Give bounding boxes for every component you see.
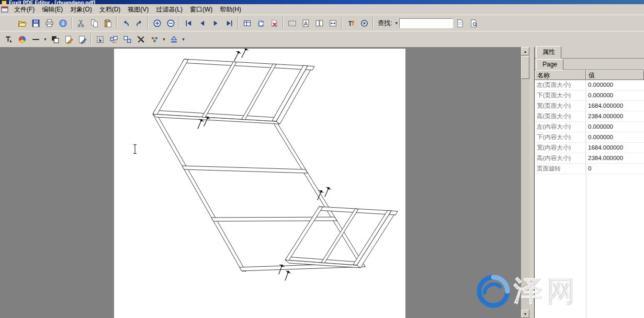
select-object-button[interactable]: [93, 33, 107, 46]
find-label: 查找:: [375, 19, 393, 28]
cut-button[interactable]: [74, 17, 87, 30]
edit-object-button[interactable]: [62, 33, 75, 46]
find-input[interactable]: [399, 18, 453, 28]
text-tool-button[interactable]: [2, 33, 15, 46]
scroll-track[interactable]: [521, 55, 529, 310]
menu-window[interactable]: 窗口(W): [186, 4, 216, 15]
rotate-page-button[interactable]: [254, 17, 267, 30]
panel-splitter[interactable]: [529, 47, 535, 318]
find-dropdown-button[interactable]: ▾: [393, 20, 399, 26]
fit-text-button[interactable]: [299, 17, 312, 30]
last-page-button[interactable]: [222, 17, 236, 30]
two-page-view-button[interactable]: [312, 17, 326, 30]
save-button[interactable]: [29, 17, 42, 30]
search-next-button[interactable]: [467, 17, 480, 30]
gradient-dropdown[interactable]: ▾: [180, 37, 186, 42]
text-cursor-icon: [133, 144, 137, 154]
table-row: 高(内容大小)2384.000000: [535, 153, 644, 164]
export-text-button[interactable]: [344, 17, 357, 30]
paste-button[interactable]: [101, 17, 115, 30]
tools-button[interactable]: [134, 33, 148, 46]
table-row: 宽(页面大小)1684.000000: [535, 101, 644, 111]
property-name: 左(内容大小): [535, 122, 586, 132]
separator: [148, 17, 149, 29]
gradient-button[interactable]: [167, 33, 180, 46]
property-value[interactable]: 2384.000000: [586, 153, 644, 163]
panel-title-row: 属性: [535, 47, 644, 59]
edit-form-button[interactable]: [75, 33, 89, 46]
page-list-button[interactable]: [240, 17, 254, 30]
property-name: 页面旋转: [535, 164, 586, 174]
table-row: 宽(内容大小)1684.000000: [535, 143, 644, 153]
pdf-page[interactable]: [114, 49, 405, 318]
page-drawing: [114, 49, 405, 318]
node-color-dropdown[interactable]: ▾: [161, 37, 167, 42]
open-button[interactable]: [15, 17, 29, 30]
menu-file[interactable]: 文件(F): [10, 4, 38, 15]
property-name: 左(页面大小): [535, 80, 586, 90]
property-value[interactable]: 0.000000: [586, 122, 644, 132]
property-value[interactable]: 0.000000: [586, 132, 644, 142]
property-name: 宽(页面大小): [535, 101, 586, 111]
menu-object[interactable]: 对象(O): [66, 4, 95, 15]
fit-width-button[interactable]: [326, 17, 340, 30]
redo-button[interactable]: [132, 17, 146, 30]
prev-page-button[interactable]: [195, 17, 209, 30]
property-value[interactable]: 1684.000000: [586, 143, 644, 153]
table-row: 左(页面大小)0.000000: [535, 80, 644, 90]
zoom-in-button[interactable]: [150, 17, 164, 30]
menu-view[interactable]: 视图(V): [124, 4, 152, 15]
property-value[interactable]: 0.000000: [586, 80, 644, 90]
property-value[interactable]: 1684.000000: [586, 101, 644, 111]
menu-edit[interactable]: 编辑(E): [38, 4, 66, 15]
delete-page-button[interactable]: [267, 17, 281, 30]
menu-help[interactable]: 帮助(H): [216, 4, 245, 15]
new-document-button[interactable]: [2, 17, 15, 30]
scroll-down-button[interactable]: ▼: [521, 310, 529, 318]
document-info-button[interactable]: [56, 17, 70, 30]
first-page-button[interactable]: [182, 17, 195, 30]
send-back-button[interactable]: [120, 33, 134, 46]
fill-style-button[interactable]: [48, 33, 62, 46]
copy-button[interactable]: [87, 17, 101, 30]
property-value[interactable]: 2384.000000: [586, 111, 644, 121]
column-divider: [586, 174, 586, 318]
undo-button[interactable]: [119, 17, 132, 30]
toolbar-standard: 查找: ▾: [0, 15, 644, 31]
search-document-button[interactable]: [453, 17, 467, 30]
line-style-button[interactable]: [29, 33, 42, 46]
property-table: 左(页面大小)0.000000 下(页面大小)0.000000 宽(页面大小)1…: [535, 80, 644, 318]
print-button[interactable]: [42, 17, 56, 30]
canvas-area[interactable]: [0, 47, 521, 318]
property-name: 高(页面大小): [535, 111, 586, 121]
separator: [91, 33, 92, 45]
main-area: ▲ ▼ 属性 Page 名称 值 左(页面大小)0.000000 下(页面大小)…: [0, 47, 644, 318]
locate-button[interactable]: [357, 17, 371, 30]
table-empty-area: [535, 174, 644, 318]
child-window-icon[interactable]: [1, 6, 9, 13]
menu-document[interactable]: 文档(D): [96, 4, 125, 15]
properties-panel: 属性 Page 名称 值 左(页面大小)0.000000 下(页面大小)0.00…: [535, 47, 644, 318]
menu-filter[interactable]: 过滤器(L): [152, 4, 186, 15]
property-value[interactable]: 0: [586, 164, 644, 174]
next-page-button[interactable]: [209, 17, 222, 30]
node-color-button[interactable]: [148, 33, 161, 46]
vertical-scrollbar: ▲ ▼: [521, 47, 529, 318]
tab-page[interactable]: Page: [536, 59, 563, 70]
table-row: 页面旋转0: [535, 164, 644, 174]
thumbnail-grid-button[interactable]: [285, 17, 299, 30]
property-table-header: 名称 值: [535, 70, 644, 80]
table-row: 高(页面大小)2384.000000: [535, 111, 644, 122]
zoom-out-button[interactable]: [164, 17, 177, 30]
scroll-thumb[interactable]: [521, 56, 529, 79]
color-wheel-button[interactable]: [15, 33, 29, 46]
separator: [341, 17, 342, 29]
scroll-up-button[interactable]: ▲: [521, 47, 529, 55]
property-name: 高(内容大小): [535, 153, 586, 163]
bring-forward-button[interactable]: [107, 33, 120, 46]
panel-tab-row: Page: [535, 59, 644, 70]
separator: [116, 17, 117, 29]
line-style-dropdown[interactable]: ▾: [42, 37, 48, 42]
property-value[interactable]: 0.000000: [586, 90, 644, 100]
tab-properties[interactable]: 属性: [536, 46, 561, 59]
